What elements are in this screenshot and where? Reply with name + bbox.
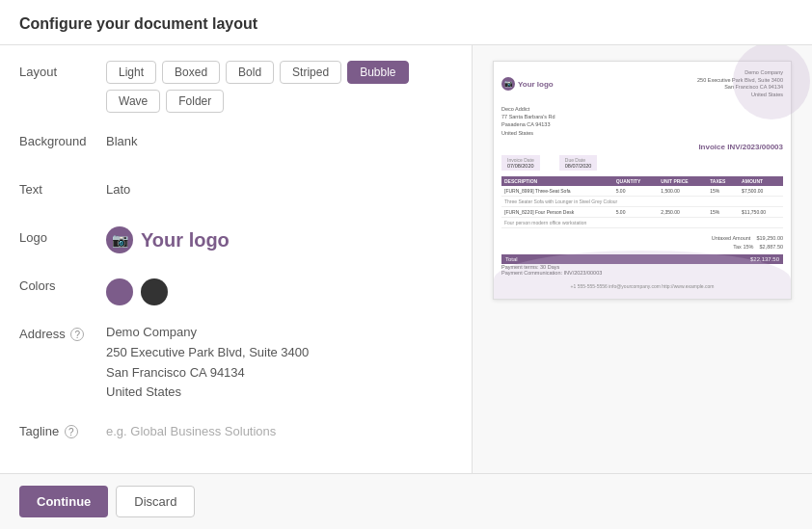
- due-date-value: 08/07/2020: [565, 163, 592, 169]
- tagline-content: [106, 420, 452, 442]
- text-content: Lato: [106, 178, 452, 197]
- untaxed-amount-row: Untaxed Amount $19,250.00: [501, 234, 783, 243]
- logo-placeholder-text: Your logo: [141, 229, 230, 251]
- tagline-help-icon[interactable]: ?: [65, 425, 78, 438]
- td-subdesc-2: Four person modern office workstation: [501, 217, 783, 227]
- layout-btn-boxed[interactable]: Boxed: [162, 61, 220, 84]
- background-content: Blank: [106, 130, 452, 148]
- table-row: [FURN_8220] Four Person Desk 5.00 2,350.…: [501, 206, 783, 217]
- logo-label: Logo: [19, 226, 106, 245]
- address-line-1: Demo Company: [106, 323, 309, 343]
- background-label: Background: [19, 130, 106, 148]
- layout-btn-light[interactable]: Light: [106, 61, 156, 84]
- invoice-footer-bg: [494, 251, 791, 299]
- layout-buttons: Light Boxed Bold Striped Bubble Wave Fol…: [106, 61, 452, 113]
- invoice-bubble-bg: [733, 45, 810, 119]
- td-price-1: 1,500.00: [658, 186, 707, 197]
- background-row: Background Blank: [19, 130, 452, 161]
- address-row: Address ? Demo Company 250 Executive Par…: [19, 323, 452, 403]
- tax-row: Tax 15% $2,887.50: [501, 243, 783, 251]
- td-tax-2: 15%: [707, 206, 739, 217]
- continue-button[interactable]: Continue: [19, 486, 108, 517]
- text-row: Text Lato: [19, 178, 452, 209]
- colors-content: [106, 275, 452, 305]
- text-label: Text: [19, 178, 106, 197]
- table-row: Four person modern office workstation: [501, 217, 783, 227]
- th-description: DESCRIPTION: [501, 176, 613, 186]
- invoice-customer-country: United States: [501, 129, 783, 137]
- layout-btn-bold[interactable]: Bold: [226, 61, 274, 84]
- total-label: Total: [505, 256, 518, 262]
- invoice-footer-text: +1 555-555-5556 info@yourcompany.com htt…: [501, 279, 783, 291]
- tagline-label: Tagline ?: [19, 420, 106, 438]
- discard-button[interactable]: Discard: [116, 486, 195, 517]
- td-desc-2: [FURN_8220] Four Person Desk: [501, 206, 613, 217]
- address-line-4: United States: [106, 383, 309, 403]
- main-content: Layout Light Boxed Bold Striped Bubble W…: [0, 45, 812, 473]
- logo-row: Logo 📷 Your logo: [19, 226, 452, 257]
- due-date-box: Due Date 08/07/2020: [559, 155, 598, 171]
- left-panel: Layout Light Boxed Bold Striped Bubble W…: [0, 45, 473, 473]
- layout-content: Light Boxed Bold Striped Bubble Wave Fol…: [106, 61, 452, 113]
- td-amount-1: $7,500.00: [739, 186, 783, 197]
- colors-label: Colors: [19, 275, 106, 293]
- invoice-dates: Invoice Date 07/08/2020 Due Date 08/07/2…: [501, 155, 783, 171]
- layout-btn-folder[interactable]: Folder: [166, 90, 224, 113]
- invoice-date-box: Invoice Date 07/08/2020: [501, 155, 540, 171]
- camera-icon: 📷: [106, 226, 133, 253]
- color-circle-1[interactable]: [106, 278, 133, 305]
- bottom-bar: Continue Discard: [0, 473, 812, 529]
- invoice-camera-icon: 📷: [501, 77, 515, 91]
- address-text: Demo Company 250 Executive Park Blvd, Su…: [106, 323, 309, 403]
- background-value: Blank: [106, 130, 138, 148]
- invoice-totals: Untaxed Amount $19,250.00 Tax 15% $2,887…: [501, 234, 783, 251]
- address-label: Address ?: [19, 323, 106, 341]
- text-value: Lato: [106, 178, 130, 197]
- layout-btn-bubble[interactable]: Bubble: [347, 61, 408, 84]
- right-panel: 📷 Your logo Demo Company 250 Executive P…: [473, 45, 812, 473]
- th-amount: AMOUNT: [739, 176, 783, 186]
- invoice-date-value: 07/08/2020: [507, 163, 534, 169]
- invoice-customer-name: Deco Addict: [501, 105, 783, 113]
- invoice-customer-city: Pasadena CA 94133: [501, 120, 783, 128]
- layout-label: Layout: [19, 61, 106, 79]
- td-price-2: 2,350.00: [658, 206, 707, 217]
- layout-btn-wave[interactable]: Wave: [106, 90, 160, 113]
- page-title: Configure your document layout: [0, 0, 812, 45]
- logo-content: 📷 Your logo: [106, 226, 452, 253]
- td-desc-1: [FURN_8999] Three-Seat Sofa: [501, 186, 613, 197]
- tagline-input[interactable]: [106, 420, 452, 442]
- td-amount-2: $11,750.00: [739, 206, 783, 217]
- logo-area[interactable]: 📷 Your logo: [106, 226, 230, 253]
- th-taxes: TAXES: [707, 176, 739, 186]
- page-container: Configure your document layout Layout Li…: [0, 0, 812, 529]
- td-qty-1: 5.00: [613, 186, 659, 197]
- th-quantity: QUANTITY: [613, 176, 659, 186]
- invoice-title: Invoice INV/2023/00003: [501, 143, 783, 151]
- th-unit-price: UNIT PRICE: [658, 176, 707, 186]
- address-help-icon[interactable]: ?: [70, 328, 84, 341]
- invoice-date-label: Invoice Date: [507, 157, 534, 163]
- invoice-customer: Deco Addict 77 Santa Barbara's Rd Pasade…: [501, 105, 783, 137]
- layout-row: Layout Light Boxed Bold Striped Bubble W…: [19, 61, 452, 113]
- address-line-3: San Francisco CA 94134: [106, 363, 309, 384]
- invoice-table: DESCRIPTION QUANTITY UNIT PRICE TAXES AM…: [501, 176, 783, 228]
- invoice-customer-addr1: 77 Santa Barbara's Rd: [501, 113, 783, 120]
- table-row: Three Seater Sofa with Lounger in Steel …: [501, 196, 783, 206]
- table-row: [FURN_8999] Three-Seat Sofa 5.00 1,500.0…: [501, 186, 783, 197]
- td-subdesc-1: Three Seater Sofa with Lounger in Steel …: [501, 196, 783, 206]
- invoice-logo-text: Your logo: [518, 80, 554, 89]
- td-qty-2: 5.00: [613, 206, 659, 217]
- invoice-preview: 📷 Your logo Demo Company 250 Executive P…: [493, 61, 792, 300]
- address-line-2: 250 Executive Park Blvd, Suite 3400: [106, 343, 309, 363]
- tagline-row: Tagline ?: [19, 420, 452, 451]
- td-tax-1: 15%: [707, 186, 739, 197]
- layout-btn-striped[interactable]: Striped: [280, 61, 341, 84]
- color-circle-2[interactable]: [141, 278, 168, 305]
- color-circles: [106, 275, 168, 305]
- invoice-logo-area: 📷 Your logo: [501, 69, 554, 99]
- colors-row: Colors: [19, 275, 452, 305]
- address-content: Demo Company 250 Executive Park Blvd, Su…: [106, 323, 452, 403]
